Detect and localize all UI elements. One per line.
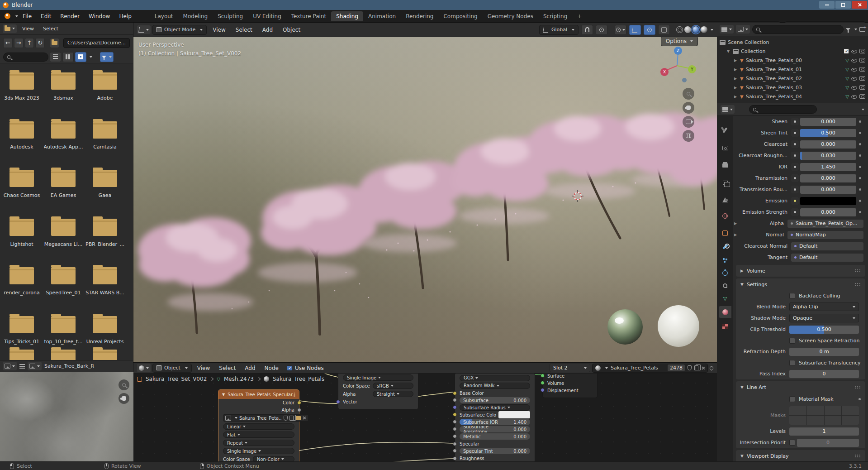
pin-icon[interactable] bbox=[709, 365, 714, 370]
value-slider[interactable]: 0.000 bbox=[800, 118, 856, 126]
fb-menu-view[interactable]: View bbox=[19, 26, 38, 32]
decorator-button[interactable] bbox=[791, 197, 799, 205]
material-preview-shading-button[interactable] bbox=[693, 26, 699, 33]
tab-object[interactable] bbox=[719, 227, 731, 239]
material-selector[interactable]: Sakura_Tree_Petals 2478 bbox=[592, 364, 708, 373]
tangent-link[interactable]: Default bbox=[791, 254, 863, 262]
render-visibility-icon[interactable] bbox=[859, 67, 865, 72]
masks-grid[interactable] bbox=[789, 406, 859, 425]
hide-icon[interactable] bbox=[851, 94, 857, 100]
source-select[interactable]: Single Image bbox=[223, 448, 294, 454]
value-slider[interactable]: 1.450 bbox=[800, 163, 856, 171]
vp-menu-object[interactable]: Object bbox=[279, 27, 304, 33]
breadcrumb-material[interactable]: Sakura_Tree_Petals bbox=[273, 376, 324, 382]
value-slider[interactable]: 0.000 bbox=[800, 174, 856, 182]
screen-space-refraction-checkbox[interactable] bbox=[789, 338, 795, 344]
viewport-canvas[interactable]: Z X Y User Perspective (1) Collection | … bbox=[133, 37, 717, 362]
distribution-select[interactable]: GGX bbox=[460, 375, 530, 381]
up-button[interactable]: ↑ bbox=[25, 38, 34, 48]
tab-layout[interactable]: Layout bbox=[150, 11, 178, 21]
collection-checkbox[interactable] bbox=[844, 48, 849, 54]
minimize-button[interactable] bbox=[819, 1, 835, 9]
gizmos-toggle[interactable] bbox=[629, 25, 641, 35]
editor-type-button[interactable] bbox=[721, 105, 735, 114]
folder-item[interactable]: 3dsmax bbox=[43, 68, 84, 113]
hide-icon[interactable] bbox=[851, 85, 857, 91]
proportional-edit-toggle[interactable] bbox=[596, 25, 607, 35]
image-texture-node[interactable]: ▼Sakura_Tree_Petals_Specular.jpeg Color … bbox=[218, 389, 299, 462]
tab-scene[interactable] bbox=[719, 194, 731, 206]
object-row[interactable]: ▶ ▼ Sakura_Tree_Petals_02 ▽ bbox=[720, 74, 868, 83]
editor-type-button[interactable] bbox=[3, 362, 17, 370]
tab-material[interactable] bbox=[719, 306, 731, 318]
object-row[interactable]: ▶ ▼ Sakura_Tree_Petals_03 ▽ bbox=[720, 83, 868, 92]
slot-select[interactable]: Slot 2 bbox=[550, 364, 590, 372]
hide-icon[interactable] bbox=[851, 58, 857, 63]
animate-dot[interactable] bbox=[859, 166, 861, 168]
solid-shading-button[interactable] bbox=[684, 26, 691, 33]
tab-scripting[interactable]: Scripting bbox=[538, 11, 572, 21]
intersection-priority-field[interactable]: 0 bbox=[797, 439, 859, 447]
tab-modeling[interactable]: Modeling bbox=[178, 11, 213, 21]
decorator-button[interactable] bbox=[791, 140, 799, 148]
copy-icon[interactable] bbox=[289, 416, 294, 421]
vp-menu-add[interactable]: Add bbox=[258, 27, 277, 33]
display-mode-button[interactable] bbox=[720, 25, 734, 34]
tab-texture-paint[interactable]: Texture Paint bbox=[286, 11, 331, 21]
outliner-display-button[interactable] bbox=[736, 25, 750, 34]
outliner-search[interactable] bbox=[752, 25, 844, 34]
render-visibility-icon[interactable] bbox=[859, 85, 865, 90]
hide-icon[interactable] bbox=[851, 67, 857, 72]
refraction-depth-field[interactable]: 0 m bbox=[789, 348, 859, 356]
menu-edit[interactable]: Edit bbox=[36, 13, 56, 19]
object-row[interactable]: ▶ ▼ Sakura_Tree_Petals_00 ▽ bbox=[720, 56, 868, 65]
tab-texture[interactable] bbox=[719, 321, 731, 332]
new-material-icon[interactable] bbox=[694, 365, 698, 370]
clearcoat-normal-link[interactable]: Default bbox=[791, 242, 863, 250]
hide-icon[interactable] bbox=[851, 76, 857, 82]
forward-button[interactable]: → bbox=[14, 38, 24, 48]
folder-item[interactable]: STAR WARS B... bbox=[84, 263, 126, 307]
close-button[interactable] bbox=[852, 1, 867, 9]
blender-menu-icon[interactable] bbox=[5, 13, 10, 19]
camera-view-button[interactable] bbox=[683, 116, 694, 128]
animate-dot[interactable] bbox=[859, 398, 861, 400]
animate-dot[interactable] bbox=[859, 143, 861, 145]
render-visibility-icon[interactable] bbox=[859, 49, 865, 53]
image-texture-node-2[interactable]: Single Image Color Space sRGB Alpha Stra… bbox=[338, 374, 418, 410]
editor-type-button[interactable] bbox=[137, 364, 151, 372]
overlays-toggle[interactable] bbox=[644, 25, 655, 35]
principled-bsdf-node[interactable]: GGX Random Walk Base Color Subsurface0.0… bbox=[455, 374, 535, 462]
pan-button[interactable] bbox=[119, 393, 129, 404]
tab-render[interactable] bbox=[719, 142, 731, 154]
mode-selector[interactable]: Object Mode bbox=[152, 25, 207, 35]
collection-row[interactable]: ▼ Collection bbox=[720, 47, 868, 56]
add-workspace-button[interactable]: + bbox=[572, 11, 587, 21]
pan-tool-button[interactable] bbox=[683, 102, 694, 114]
source-select[interactable]: Single Image bbox=[343, 374, 413, 381]
folder-item[interactable]: Megascans Li... bbox=[43, 214, 84, 259]
tab-constraints[interactable] bbox=[719, 280, 731, 292]
image-selector[interactable] bbox=[28, 362, 42, 370]
folder-item[interactable] bbox=[84, 345, 126, 360]
options-button[interactable]: Options bbox=[661, 37, 698, 46]
object-row[interactable]: ▶ ▼ Sakura_Tree_Petals_01 ▽ bbox=[720, 65, 868, 74]
node-header[interactable]: ▼Sakura_Tree_Petals_Specular.jpeg bbox=[218, 390, 299, 399]
properties-search-input[interactable] bbox=[759, 106, 813, 112]
animate-dot[interactable] bbox=[859, 154, 861, 157]
viewport-display-panel[interactable]: ▼Viewport Display bbox=[736, 450, 865, 461]
value-slider[interactable]: 0.000 bbox=[800, 208, 856, 216]
snap-toggle[interactable] bbox=[581, 25, 593, 35]
material-output-node[interactable]: Surface Volume Displacement bbox=[542, 374, 598, 398]
folder-item[interactable]: Chaos Cosmos bbox=[1, 165, 43, 210]
breadcrumb-object[interactable]: Sakura_Tree_Set_V002 bbox=[146, 376, 207, 382]
user-count-badge[interactable]: 2478 bbox=[668, 364, 685, 371]
animate-dot[interactable] bbox=[859, 188, 861, 191]
tab-output[interactable] bbox=[719, 159, 731, 171]
specular-tint-slider[interactable]: Specular Tint0.000 bbox=[460, 448, 530, 454]
color-space-select[interactable]: sRGB bbox=[373, 383, 413, 389]
sh-menu-add[interactable]: Add bbox=[241, 365, 259, 371]
vp-menu-view[interactable]: View bbox=[209, 27, 229, 33]
folder-item[interactable]: PBR_Blender_... bbox=[84, 214, 126, 259]
unlink-material-icon[interactable] bbox=[701, 366, 705, 370]
